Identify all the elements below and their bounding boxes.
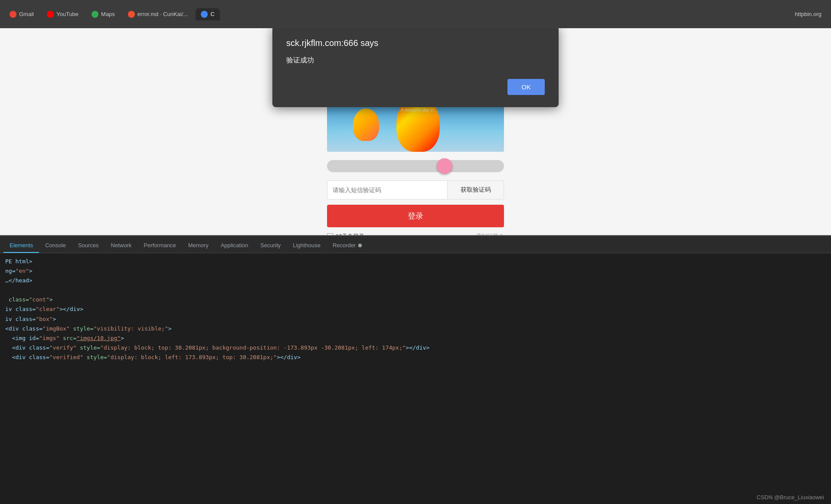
tab-youtube-label: YouTube [56, 11, 79, 17]
tab-gmail-label: Gmail [19, 11, 34, 17]
code-line-2: ng="en"> [5, 266, 826, 276]
csdn-watermark: CSDN @Bruce_Liuxiaowei [756, 494, 824, 501]
dialog-title: sck.rjkflm.com:666 says [286, 38, 545, 48]
devtools-tab-network[interactable]: Network [105, 239, 138, 253]
code-line-8: <div class="imgBox" style="visibility: v… [5, 324, 826, 334]
code-line-5: class="cont"> [5, 295, 826, 304]
devtools-tab-lighthouse[interactable]: Lighthouse [287, 239, 327, 253]
tab-httpbin[interactable]: httpbin.org [790, 8, 827, 20]
code-line-4 [5, 285, 826, 295]
gmail-icon [10, 11, 16, 18]
tab-gist[interactable]: error.md · CunKai/... [123, 8, 193, 20]
tab-httpbin-label: httpbin.org [795, 11, 821, 17]
tab-maps-label: Maps [101, 11, 115, 17]
devtools-tab-memory[interactable]: Memory [182, 239, 215, 253]
devtools-tabs: Elements Console Sources Network Perform… [0, 236, 831, 253]
devtools-tab-console[interactable]: Console [39, 239, 72, 253]
dialog-ok-button[interactable]: OK [507, 79, 545, 95]
dialog-message: 验证成功 [286, 56, 545, 65]
devtools-tab-performance[interactable]: Performance [137, 239, 182, 253]
tab-gmail[interactable]: Gmail [4, 8, 39, 20]
code-line-3: …</head> [5, 276, 826, 285]
code-line-10: <div class="verify" style="display: bloc… [5, 343, 826, 353]
gist-icon [128, 11, 135, 18]
browser-viewport: A beautiful day in... 获取验证码 登录 [0, 28, 831, 263]
code-line-1: PE html> [5, 257, 826, 266]
youtube-icon [47, 11, 54, 18]
tab-active-label: C [210, 11, 214, 17]
devtools-tab-recorder[interactable]: Recorder ⏺ [327, 239, 369, 253]
devtools-content: PE html> ng="en"> …</head> class="cont">… [0, 253, 831, 504]
alert-dialog: sck.rjkflm.com:666 says 验证成功 OK [272, 28, 559, 107]
devtools-tab-security[interactable]: Security [254, 239, 287, 253]
chrome-icon [201, 11, 208, 18]
maps-icon [92, 11, 98, 18]
tab-maps[interactable]: Maps [86, 8, 120, 20]
code-line-11: <div class="verified" style="display: bl… [5, 353, 826, 362]
tab-gist-label: error.md · CunKai/... [137, 11, 188, 17]
code-line-9: <img id="imgs" src="imgs/10.jpg"> [5, 334, 826, 343]
code-line-6: iv class="clear"></div> [5, 304, 826, 314]
browser-tab-bar: Gmail YouTube Maps error.md · CunKai/...… [0, 0, 831, 28]
tab-youtube[interactable]: YouTube [42, 8, 84, 20]
tab-active[interactable]: C [196, 8, 219, 20]
code-line-7: iv class="box"> [5, 314, 826, 324]
dialog-overlay: sck.rjkflm.com:666 says 验证成功 OK [0, 28, 831, 263]
devtools-panel: Elements Console Sources Network Perform… [0, 235, 831, 504]
devtools-tab-sources[interactable]: Sources [72, 239, 105, 253]
devtools-tab-elements[interactable]: Elements [3, 239, 39, 253]
devtools-tab-application[interactable]: Application [215, 239, 255, 253]
